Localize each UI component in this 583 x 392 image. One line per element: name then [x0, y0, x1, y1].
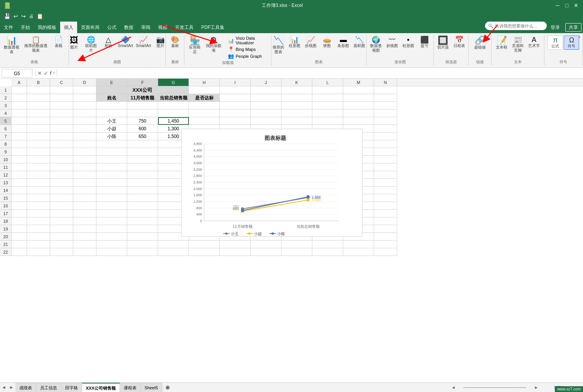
tab-layout[interactable]: 页面布局: [77, 22, 103, 33]
cell-K1[interactable]: [281, 86, 312, 94]
shapes-btn[interactable]: △ 形状: [101, 35, 116, 49]
material-btn[interactable]: 🎨 素材: [167, 35, 183, 49]
col-header-K[interactable]: K: [281, 79, 312, 86]
name-box[interactable]: G5: [2, 69, 32, 77]
area-chart-btn[interactable]: 📉 面积图: [352, 35, 367, 49]
cell-G2[interactable]: 当前总销售额: [158, 94, 189, 102]
formula-btn[interactable]: π 公式: [548, 35, 563, 50]
col-header-C[interactable]: C: [50, 79, 73, 86]
cell-K2[interactable]: [281, 94, 312, 102]
recommended-pivot-btn[interactable]: 📋 推荐的数据透视表: [22, 35, 50, 54]
cell-L1[interactable]: [312, 86, 343, 94]
login-btn[interactable]: 登录: [547, 22, 564, 33]
row-header-15[interactable]: 15: [0, 194, 12, 202]
nav-next-btn[interactable]: ►: [8, 385, 15, 390]
add-sheet-btn[interactable]: ⊕: [162, 384, 173, 390]
cell-M1[interactable]: [343, 86, 374, 94]
cell-E1-merged[interactable]: XXX公司: [96, 86, 189, 94]
row-header-16[interactable]: 16: [0, 202, 12, 210]
tab-developer[interactable]: 开发工具: [171, 22, 197, 33]
cell-I1[interactable]: [220, 86, 251, 94]
recommended-charts-btn[interactable]: 📉 推荐的图表: [271, 35, 286, 55]
textbox-btn[interactable]: 📝 文本框: [494, 35, 509, 50]
cell-B1[interactable]: [27, 86, 50, 94]
row-header-18[interactable]: 18: [0, 217, 12, 225]
row-header-17[interactable]: 17: [0, 210, 12, 217]
sparkline-win-btn[interactable]: ⬛ 盈亏: [417, 35, 432, 49]
col-header-G[interactable]: G: [158, 79, 189, 86]
row-header-1[interactable]: 1: [0, 86, 12, 94]
row-header-6[interactable]: 6: [0, 125, 12, 133]
col-header-F[interactable]: F: [127, 79, 158, 86]
undo-btn[interactable]: ↩: [13, 12, 19, 20]
row-header-4[interactable]: 4: [0, 109, 12, 117]
cell-E5[interactable]: 小王: [96, 117, 127, 125]
row-header-19[interactable]: 19: [0, 225, 12, 233]
row-header-22[interactable]: 22: [0, 248, 12, 256]
cell-F6[interactable]: 600: [127, 125, 158, 133]
share-btn[interactable]: 共享: [565, 23, 581, 32]
sheet-tab-sales[interactable]: XXX公司销售额: [82, 383, 120, 392]
row-header-10[interactable]: 10: [0, 156, 12, 163]
cell-F5[interactable]: 750: [127, 117, 158, 125]
line-chart-btn[interactable]: 📈 折线图: [303, 35, 318, 49]
title-bar-controls[interactable]: ─ □ ✕: [554, 2, 580, 9]
col-header-J[interactable]: J: [251, 79, 281, 86]
cell-F7[interactable]: 650: [127, 133, 158, 140]
sheet-tab-employees[interactable]: 员工信息: [36, 383, 61, 392]
col-header-D[interactable]: D: [73, 79, 96, 86]
cell-H2[interactable]: 是否达标: [189, 94, 220, 102]
row-header-8[interactable]: 8: [0, 140, 12, 148]
row-header-14[interactable]: 14: [0, 187, 12, 194]
cell-C1[interactable]: [50, 86, 73, 94]
tab-review[interactable]: 审阅: [137, 22, 154, 33]
formula-input[interactable]: [59, 69, 581, 77]
customize-btn[interactable]: 📋: [36, 12, 44, 20]
chart-container[interactable]: 图表标题 0 400: [181, 129, 362, 237]
row-header-21[interactable]: 21: [0, 241, 12, 248]
store-btn[interactable]: 🏪 应用商店: [187, 35, 203, 55]
visio-addin[interactable]: 📊 Visio Data Visualizer: [226, 35, 269, 45]
hyperlink-btn[interactable]: 🔗 超链接: [472, 35, 488, 50]
cell-D1[interactable]: [73, 86, 96, 94]
tab-home[interactable]: 开始: [17, 22, 34, 33]
tab-file[interactable]: 文件: [0, 22, 17, 33]
ribbon-collapse-btn[interactable]: ∧: [576, 34, 583, 40]
cell-N2[interactable]: [374, 94, 397, 102]
row-header-20[interactable]: 20: [0, 233, 12, 241]
pivot-table-btn[interactable]: 📊 数据透视表: [2, 35, 21, 55]
tab-insert[interactable]: 插入: [60, 22, 77, 33]
tab-data[interactable]: 数据: [120, 22, 137, 33]
wordart-btn[interactable]: A 艺术字: [526, 35, 542, 49]
timeline-btn[interactable]: 📅 日程表: [452, 35, 467, 49]
col-header-E[interactable]: E: [96, 79, 127, 86]
col-header-M[interactable]: M: [343, 79, 374, 86]
save-btn[interactable]: 💾: [3, 12, 11, 20]
row-header-5[interactable]: 5: [0, 117, 12, 125]
slicer-btn[interactable]: 🔲 切片器: [435, 35, 451, 50]
col-header-H[interactable]: H: [189, 79, 220, 86]
row-header-3[interactable]: 3: [0, 102, 12, 109]
sparkline-line-btn[interactable]: 〰 折线图: [384, 35, 400, 49]
redo-btn[interactable]: ↪: [20, 12, 27, 20]
cell-A1[interactable]: [12, 86, 27, 94]
row-header-11[interactable]: 11: [0, 163, 12, 171]
row-header-2[interactable]: 2: [0, 94, 12, 102]
col-header-A[interactable]: A: [12, 79, 27, 86]
cancel-formula-btn[interactable]: ✕: [37, 70, 42, 76]
row-header-12[interactable]: 12: [0, 171, 12, 179]
cell-G5[interactable]: 1,450: [158, 117, 189, 125]
table-btn[interactable]: 📄 表格: [51, 35, 66, 49]
pie-chart-btn[interactable]: 🥧 饼图: [319, 35, 335, 49]
cell-I2[interactable]: [220, 94, 251, 102]
datamap-btn[interactable]: 📈 SmartArt: [135, 35, 152, 49]
row-header-9[interactable]: 9: [0, 148, 12, 156]
cell-F2[interactable]: 11月销售额: [127, 94, 158, 102]
smartart-btn[interactable]: 🔷 SmartArt: [117, 35, 134, 49]
cell-E6[interactable]: 小赵: [96, 125, 127, 133]
cell-B2[interactable]: [27, 94, 50, 102]
cell-D2[interactable]: [73, 94, 96, 102]
column-chart-btn[interactable]: 📊 柱形图: [287, 35, 302, 49]
cell-C2[interactable]: [50, 94, 73, 102]
col-header-L[interactable]: L: [312, 79, 343, 86]
